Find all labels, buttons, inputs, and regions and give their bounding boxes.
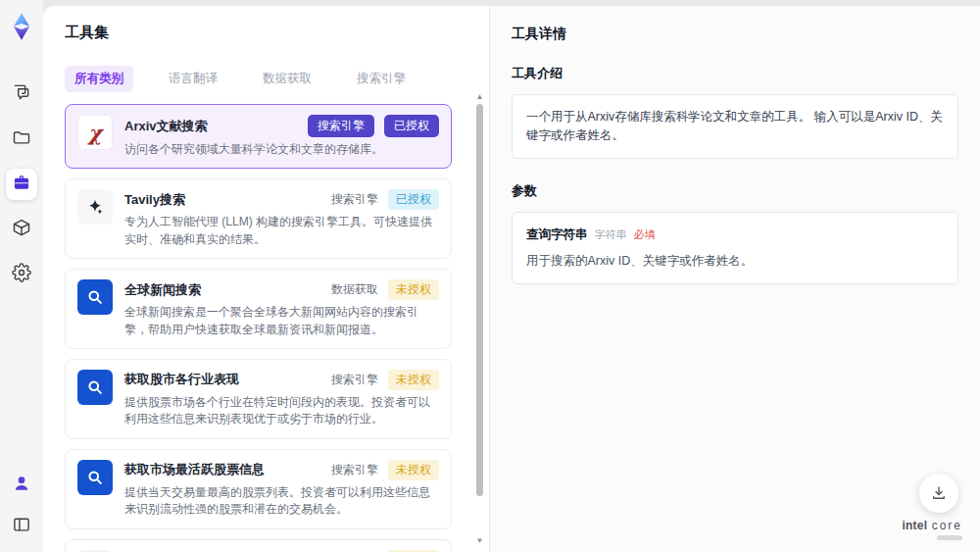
tool-category-badge: 搜索引擎 — [331, 462, 378, 478]
tool-card[interactable]: 获取市场最活跃股票信息 搜索引擎 未授权 提供当天交易量最高的股票列表。投资者可… — [65, 449, 452, 529]
tool-auth-badge: 未授权 — [388, 279, 439, 300]
params-heading: 参数 — [512, 182, 958, 200]
app-logo-icon — [7, 12, 36, 41]
tool-auth-badge: 已授权 — [388, 189, 439, 210]
tool-card[interactable]: Tavily搜索 搜索引擎 已授权 专为人工智能代理 (LLM) 构建的搜索引擎… — [65, 178, 452, 259]
tool-name: Tavily搜索 — [124, 191, 185, 209]
intro-heading: 工具介绍 — [512, 65, 958, 82]
tab-数据获取[interactable]: 数据获取 — [253, 66, 321, 92]
cube-icon — [12, 218, 31, 241]
chat-icon — [12, 82, 31, 106]
param-card: 查询字符串 字符串 必填 用于搜索的Arxiv ID、关键字或作者姓名。 — [512, 212, 958, 284]
briefcase-icon — [12, 173, 31, 196]
tab-语言翻译[interactable]: 语言翻译 — [159, 66, 227, 92]
tool-name: 获取市场最活跃股票信息 — [124, 461, 265, 478]
download-button[interactable] — [919, 474, 958, 513]
blue-search-icon — [77, 370, 113, 405]
tool-details-panel: 工具详情 工具介绍 一个用于从Arxiv存储库搜索科学论文和文章的工具。 输入可… — [490, 6, 980, 552]
scroll-down-arrow[interactable]: ▼ — [475, 536, 484, 546]
param-description: 用于搜索的Arxiv ID、关键字或作者姓名。 — [526, 253, 944, 270]
sidebar-item-collapse[interactable] — [6, 511, 37, 542]
intel-sub-badge — [937, 535, 962, 540]
tool-name: 全球新闻搜索 — [124, 281, 201, 299]
intel-core-logo: intel core — [903, 516, 962, 540]
sidebar-item-models[interactable] — [6, 214, 37, 245]
sidebar-item-tools[interactable] — [6, 169, 37, 200]
app-root: 工具集 所有类别语言翻译数据获取搜索引擎 χ Arxiv文献搜索 搜索引擎 已授… — [0, 0, 980, 552]
panel-toggle-icon — [12, 515, 31, 538]
tool-name: 获取股市各行业表现 — [124, 371, 239, 388]
tool-card[interactable]: 全球新闻搜索 数据获取 未授权 全球新闻搜索是一个聚合全球各大新闻网站内容的搜索… — [65, 269, 452, 349]
tool-auth-badge: 未授权 — [388, 370, 439, 390]
sidebar-item-account[interactable] — [6, 470, 37, 501]
param-name: 查询字符串 — [526, 226, 588, 243]
tool-description: 提供股票市场各个行业在特定时间段内的表现。投资者可以利用这些信息来识别表现优于或… — [124, 394, 439, 428]
tool-list: χ Arxiv文献搜索 搜索引擎 已授权 访问各个研究领域大量科学论文和文章的存… — [65, 104, 464, 552]
tool-description: 访问各个研究领域大量科学论文和文章的存储库。 — [124, 141, 439, 158]
tool-card[interactable]: 万维地区新闻查询 搜索引擎 未授权 查询具体行政区划内的新闻，快速了解各地新闻动 — [65, 539, 452, 552]
tab-所有类别[interactable]: 所有类别 — [65, 66, 133, 92]
category-tabs: 所有类别语言翻译数据获取搜索引擎 — [65, 66, 464, 92]
details-title: 工具详情 — [512, 25, 958, 43]
tool-card[interactable]: 获取股市各行业表现 搜索引擎 未授权 提供股票市场各个行业在特定时间段内的表现。… — [65, 359, 452, 439]
tool-intro-box: 一个用于从Arxiv存储库搜索科学论文和文章的工具。 输入可以是Arxiv ID… — [512, 94, 958, 159]
tool-category-badge: 搜索引擎 — [308, 115, 374, 137]
tool-description: 全球新闻搜索是一个聚合全球各大新闻网站内容的搜索引擎，帮助用户快速获取全球最新资… — [124, 304, 439, 338]
param-type: 字符串 — [595, 227, 627, 242]
tool-auth-badge: 已授权 — [384, 115, 439, 137]
tab-搜索引擎[interactable]: 搜索引擎 — [347, 66, 416, 92]
sidebar-nav — [6, 78, 37, 290]
folder-icon — [12, 127, 31, 151]
param-required-flag: 必填 — [634, 227, 656, 242]
tool-name: Arxiv文献搜索 — [124, 118, 208, 135]
tools-panel: 工具集 所有类别语言翻译数据获取搜索引擎 χ Arxiv文献搜索 搜索引擎 已授… — [43, 6, 490, 552]
tool-category-badge: 搜索引擎 — [331, 372, 378, 388]
tool-description: 专为人工智能代理 (LLM) 构建的搜索引擎工具。可快速提供实时、准确和真实的结… — [124, 214, 439, 248]
tavily-sparkle-icon — [77, 189, 113, 225]
core-wordmark: core — [932, 519, 962, 532]
scrollbar-thumb[interactable] — [476, 104, 483, 496]
arxiv-logo-icon: χ — [77, 115, 113, 150]
sidebar-bottom — [6, 470, 37, 542]
tool-category-badge: 搜索引擎 — [331, 191, 378, 208]
download-icon — [930, 484, 948, 502]
sidebar-item-chat[interactable] — [6, 78, 37, 110]
sidebar — [0, 0, 43, 552]
scroll-up-arrow[interactable]: ▲ — [475, 92, 484, 102]
tool-description: 提供当天交易量最高的股票列表。投资者可以利用这些信息来识别流动性强的股票和潜在的… — [124, 484, 439, 519]
intel-wordmark: intel — [903, 519, 928, 532]
tool-auth-badge: 未授权 — [388, 460, 439, 480]
user-icon — [12, 474, 31, 497]
blue-search-icon — [77, 279, 113, 315]
tool-category-badge: 数据获取 — [331, 281, 378, 298]
tool-card[interactable]: χ Arxiv文献搜索 搜索引擎 已授权 访问各个研究领域大量科学论文和文章的存… — [65, 104, 452, 169]
blue-search-icon — [77, 460, 113, 495]
scrollbar[interactable]: ▲ ▼ — [475, 92, 484, 546]
sidebar-item-files[interactable] — [6, 124, 37, 155]
page-title: 工具集 — [65, 24, 464, 42]
content-area: 工具集 所有类别语言翻译数据获取搜索引擎 χ Arxiv文献搜索 搜索引擎 已授… — [43, 0, 980, 552]
sidebar-item-settings[interactable] — [6, 259, 37, 290]
params-list: 查询字符串 字符串 必填 用于搜索的Arxiv ID、关键字或作者姓名。 — [512, 212, 958, 284]
gear-icon — [12, 263, 31, 286]
